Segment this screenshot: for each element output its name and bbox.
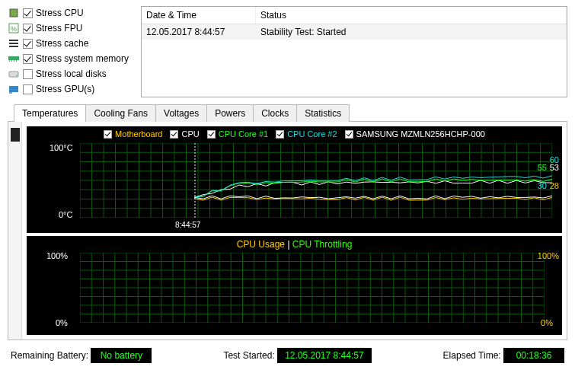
svg-rect-14 (9, 92, 12, 94)
cpu-usage-chart: CPU Usage | CPU Throttling 100% 0% 100% … (27, 236, 562, 335)
tab-voltages[interactable]: Voltages (155, 104, 207, 122)
started-label: Test Started: (223, 350, 274, 361)
y-axis-min: 0°C (59, 210, 72, 219)
table-body: 12.05.2017 8:44:57Stability Test: Starte… (142, 24, 567, 93)
svg-point-12 (16, 75, 18, 76)
tab-bar: TemperaturesCooling FansVoltagesPowersCl… (14, 104, 575, 122)
series-current-value: 28 (550, 181, 559, 190)
legend-label: SAMSUNG MZMLN256HCHP-000 (356, 129, 485, 139)
chart2-grid (80, 253, 545, 323)
option-label: Stress cache (36, 38, 88, 49)
stress-option: %Stress FPU (8, 21, 133, 35)
svg-rect-7 (9, 60, 10, 62)
tab-temperatures[interactable]: Temperatures (14, 104, 86, 122)
svg-rect-0 (10, 9, 18, 17)
checkbox[interactable] (23, 84, 33, 94)
y-left-min: 0% (56, 318, 68, 327)
stress-option: Stress cache (8, 37, 133, 50)
started-value: 12.05.2017 8:44:57 (277, 348, 371, 363)
legend-item[interactable]: Motherboard (104, 129, 162, 139)
tab-powers[interactable]: Powers (206, 104, 254, 122)
battery-label: Remaining Battery: (11, 350, 88, 361)
elapsed-label: Elapsed Time: (443, 350, 501, 361)
legend-item[interactable]: CPU Core #1 (207, 129, 268, 139)
series-current-value: 53 (550, 163, 559, 172)
temperature-chart: MotherboardCPUCPU Core #1CPU Core #2SAMS… (27, 126, 562, 233)
chart-legend: MotherboardCPUCPU Core #1CPU Core #2SAMS… (27, 126, 562, 142)
stress-option: Stress local disks (8, 67, 133, 81)
y-left-max: 100% (46, 251, 68, 260)
cache-icon (8, 37, 20, 49)
col-status[interactable]: Status (256, 7, 567, 24)
disk-icon (8, 68, 20, 80)
cell-date: 12.05.2017 8:44:57 (142, 24, 256, 40)
checkbox[interactable] (23, 8, 33, 18)
memory-icon (8, 53, 20, 65)
legend-item[interactable]: CPU (170, 129, 199, 139)
legend-item[interactable]: CPU Core #2 (276, 129, 337, 139)
option-label: Stress local disks (36, 69, 107, 79)
option-label: Stress FPU (36, 23, 82, 33)
option-label: Stress system memory (36, 53, 129, 64)
svg-rect-13 (9, 86, 18, 92)
option-label: Stress GPU(s) (36, 84, 94, 94)
checkbox[interactable] (23, 39, 33, 49)
option-label: Stress CPU (36, 8, 84, 18)
checkbox[interactable] (23, 24, 33, 33)
tab-statistics[interactable]: Statistics (296, 104, 350, 122)
gpu-icon (8, 83, 20, 95)
cpu-icon (8, 7, 20, 19)
series-current-value: 30 (538, 181, 547, 190)
time-marker-line (194, 143, 196, 219)
legend-label: CPU Core #2 (287, 129, 337, 139)
chart-panel: MotherboardCPUCPU Core #1CPU Core #2SAMS… (8, 121, 567, 340)
legend-checkbox[interactable] (104, 130, 112, 139)
tab-cooling-fans[interactable]: Cooling Fans (85, 104, 156, 122)
legend-label: Motherboard (115, 129, 162, 139)
x-axis-marker: 8:44:57 (175, 221, 200, 229)
cpu-usage-label: CPU Usage (237, 239, 285, 250)
svg-rect-10 (16, 60, 17, 62)
svg-rect-5 (9, 46, 18, 47)
stress-option: Stress GPU(s) (8, 82, 133, 96)
y-axis-max: 100°C (50, 143, 73, 152)
stress-option: Stress CPU (8, 6, 133, 20)
svg-rect-3 (9, 40, 18, 41)
y-right-max: 100% (538, 251, 559, 260)
checkbox[interactable] (23, 54, 33, 64)
chart-sidebar[interactable] (8, 122, 22, 339)
event-log-table: Date & Time Status 12.05.2017 8:44:57Sta… (141, 6, 567, 97)
col-date[interactable]: Date & Time (142, 7, 256, 24)
fpu-icon: % (8, 22, 20, 34)
y-right-min: 0% (541, 318, 553, 327)
status-bar: Remaining Battery: No battery Test Start… (0, 340, 575, 371)
legend-checkbox[interactable] (170, 130, 178, 139)
cell-status: Stability Test: Started (256, 24, 567, 40)
chart-lines (80, 143, 552, 218)
legend-item[interactable]: SAMSUNG MZMLN256HCHP-000 (345, 129, 485, 139)
checkbox[interactable] (23, 69, 33, 79)
legend-checkbox[interactable] (345, 130, 353, 139)
elapsed-value: 00:18:36 (503, 348, 564, 363)
svg-rect-4 (9, 43, 18, 44)
tab-clocks[interactable]: Clocks (253, 104, 297, 122)
table-row[interactable]: 12.05.2017 8:44:57Stability Test: Starte… (142, 24, 567, 40)
stress-options-list: Stress CPU%Stress FPUStress cacheStress … (8, 6, 133, 97)
battery-value: No battery (91, 348, 152, 363)
table-header: Date & Time Status (142, 7, 567, 24)
top-panel: Stress CPU%Stress FPUStress cacheStress … (0, 0, 575, 97)
stress-option: Stress system memory (8, 52, 133, 65)
legend-checkbox[interactable] (207, 130, 216, 139)
svg-rect-8 (11, 60, 12, 62)
legend-checkbox[interactable] (276, 130, 284, 139)
svg-rect-6 (8, 56, 19, 60)
cpu-throttling-label: CPU Throttling (292, 239, 352, 250)
series-current-value: 55 (538, 163, 547, 172)
svg-text:%: % (11, 25, 17, 33)
legend-label: CPU (181, 129, 199, 139)
legend-label: CPU Core #1 (219, 129, 268, 139)
svg-rect-9 (14, 60, 14, 62)
chart2-title: CPU Usage | CPU Throttling (27, 236, 562, 253)
